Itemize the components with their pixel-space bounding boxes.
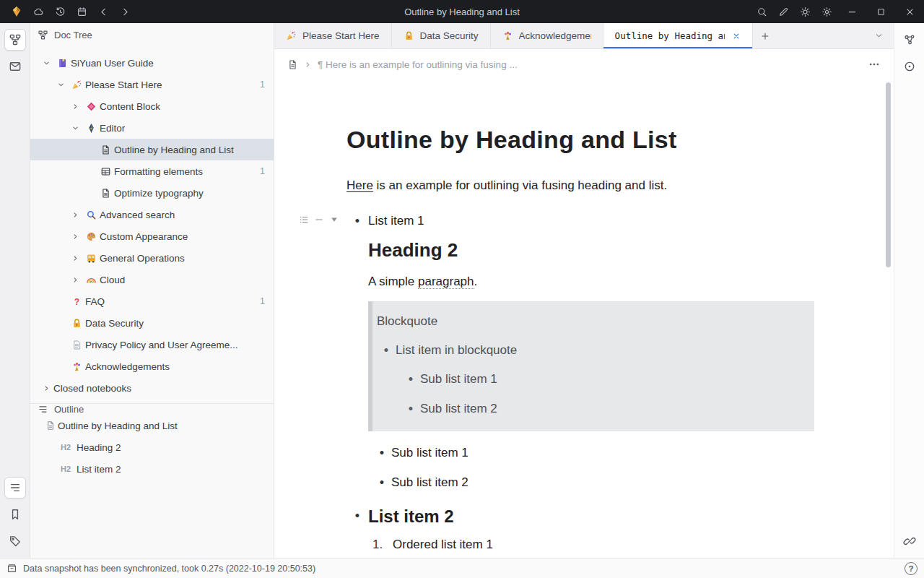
breadcrumb-more-button[interactable] [868, 58, 881, 71]
outline-item[interactable]: H2Heading 2 [30, 436, 274, 458]
chevron-down-icon[interactable] [68, 124, 82, 132]
chevron-right-icon[interactable] [68, 254, 82, 262]
doc-tree-item[interactable]: ?FAQ1 [30, 290, 274, 312]
new-tab-button[interactable] [753, 23, 777, 48]
outline-item[interactable]: Outline by Heading and List [30, 415, 274, 436]
chevron-right-icon[interactable] [68, 276, 82, 284]
doc-tree-item[interactable]: Data Security [30, 312, 274, 334]
bullet-marker [372, 473, 391, 493]
chevron-down-icon[interactable] [53, 81, 68, 89]
edit-pencil-icon[interactable] [772, 0, 794, 23]
doc-title[interactable]: Outline by Heading and List [346, 124, 814, 155]
list-item-1[interactable]: List item 1 [346, 211, 814, 232]
outline-item[interactable]: H2List item 2 [30, 458, 274, 480]
ordered-list-item[interactable]: 1. Ordered list item 1 [368, 535, 814, 554]
nav-forward-icon[interactable] [114, 0, 136, 23]
doc-tree-item[interactable]: General Operations [30, 247, 274, 269]
list-item-1-text[interactable]: List item 1 [368, 211, 424, 232]
blockquote-sub-list: Sub list item 1 Sub list item 2 [401, 369, 803, 420]
gutter-list-icon[interactable] [299, 215, 309, 225]
daily-note-icon[interactable] [71, 0, 92, 23]
backlinks-dock-button[interactable] [899, 56, 920, 77]
chevron-right-icon[interactable] [68, 211, 82, 219]
titlebar[interactable]: Outline by Heading and List [0, 0, 924, 23]
list-item-2-children: 1. Ordered list item 1 1 package main [368, 535, 814, 558]
sub-item-text[interactable]: Sub list item 1 [391, 443, 468, 464]
gutter-collapse-icon[interactable] [329, 215, 339, 225]
window-maximize-icon[interactable] [866, 0, 895, 23]
sub-item-text[interactable]: Sub list item 2 [420, 399, 497, 420]
doc-tree-item[interactable]: Advanced search [30, 204, 274, 225]
cloud-icon[interactable] [27, 0, 49, 23]
doc-tree-item[interactable]: Formatting elements1 [30, 160, 274, 182]
outline-header[interactable]: Outline [30, 404, 274, 415]
blockquote-text[interactable]: Blockquote [377, 311, 803, 331]
tab-list-button[interactable] [863, 23, 894, 48]
tag-dock-button[interactable] [4, 530, 26, 552]
doc-tree-item[interactable]: Outline by Heading and List [30, 139, 274, 160]
doc-tree-dock-button[interactable] [4, 29, 26, 51]
sub-item-text[interactable]: Sub list item 2 [391, 473, 468, 493]
sub-list-item[interactable]: Sub list item 2 [372, 473, 814, 493]
bookmark-dock-button[interactable] [4, 504, 26, 525]
editor-scrollbar[interactable] [886, 82, 891, 267]
sub-item-text[interactable]: Sub list item 1 [420, 369, 497, 390]
doc-tree-item[interactable]: Editor [30, 117, 274, 139]
list-item-2[interactable]: List item 2 [346, 505, 814, 527]
tab-outline-by-heading-and-list[interactable]: Outline by Heading and List [603, 23, 753, 48]
window-minimize-icon[interactable] [837, 0, 866, 23]
chevron-down-icon[interactable] [39, 59, 53, 67]
bouquet-icon [68, 361, 85, 372]
blockquote-list-item[interactable]: List item in blockquote [377, 340, 803, 361]
doc-tree-item-label: FAQ [85, 296, 105, 307]
doc-tree-item[interactable]: Content Block [30, 95, 274, 117]
theme-sun-icon[interactable] [794, 0, 816, 23]
tab-please-start-here[interactable]: Please Start Here [274, 23, 392, 48]
intro-paragraph[interactable]: Here is an example for outlining via fus… [346, 176, 814, 195]
chevron-right-icon[interactable] [68, 103, 82, 111]
bullet-marker [346, 506, 368, 527]
doc-tree-item[interactable]: SiYuan User Guide [30, 52, 274, 74]
here-link[interactable]: Here [346, 178, 373, 192]
party-icon [68, 79, 85, 90]
tab-close-icon[interactable] [732, 32, 741, 40]
heading-2[interactable]: Heading 2 [368, 238, 814, 263]
sub-list-item[interactable]: Sub list item 1 [372, 443, 814, 464]
history-icon[interactable] [49, 0, 71, 23]
tab-acknowledgements[interactable]: Acknowledgements [491, 23, 603, 48]
breadcrumb-doc-icon[interactable] [287, 59, 298, 70]
graph-dock-button[interactable] [899, 29, 920, 51]
doc-tree-header[interactable]: Doc Tree [30, 23, 274, 46]
blockquote-sub-item[interactable]: Sub list item 1 [401, 369, 803, 390]
tab-data-security[interactable]: Data Security [392, 23, 491, 48]
inbox-dock-button[interactable] [4, 56, 26, 77]
ordered-item-text[interactable]: Ordered list item 1 [393, 535, 493, 554]
help-button[interactable]: ? [905, 562, 918, 575]
doc-tree-item[interactable]: Custom Appearance [30, 225, 274, 247]
doc-tree-item[interactable]: Closed notebooks [30, 377, 274, 399]
table-icon [97, 166, 114, 177]
doc-tree-item[interactable]: Privacy Policy and User Agreeme... [30, 334, 274, 355]
doc-tree-item[interactable]: Optimize typography [30, 182, 274, 204]
chevron-right-icon[interactable] [39, 384, 53, 392]
search-icon[interactable] [751, 0, 772, 23]
nav-back-icon[interactable] [92, 0, 114, 23]
doc-tree-item[interactable]: Cloud [30, 269, 274, 290]
blockquote-list-item-text[interactable]: List item in blockquote [396, 340, 517, 361]
blockquote-sub-item[interactable]: Sub list item 2 [401, 399, 803, 420]
chevron-right-icon[interactable] [68, 233, 82, 241]
doc-tree-item[interactable]: Please Start Here1 [30, 74, 274, 95]
outline-dock-button[interactable] [4, 477, 26, 499]
editor-area[interactable]: Outline by Heading and List Here is an e… [274, 79, 894, 558]
blockquote[interactable]: Blockquote List item in blockquote Sub l… [368, 301, 814, 431]
breadcrumb-segment[interactable]: ¶ Here is an example for outlining via f… [318, 59, 518, 70]
list-item-2-heading[interactable]: List item 2 [368, 505, 454, 527]
gutter-drag-icon[interactable] [314, 215, 324, 225]
doc-tree-item-label: Formatting elements [114, 166, 203, 177]
window-close-icon[interactable] [895, 0, 924, 23]
doc-tree-item[interactable]: Acknowledgements [30, 355, 274, 377]
siyuan-logo-icon[interactable] [6, 0, 27, 23]
settings-gear-icon[interactable] [816, 0, 837, 23]
link-dock-button[interactable] [899, 530, 920, 552]
simple-paragraph[interactable]: A simple paragraph. [368, 272, 814, 291]
